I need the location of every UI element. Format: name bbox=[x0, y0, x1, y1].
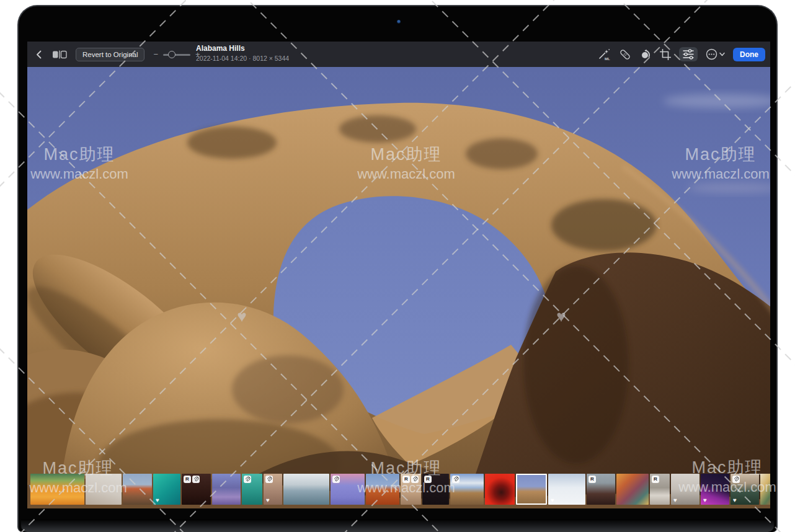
edited-badge bbox=[265, 476, 273, 483]
chevron-left-icon bbox=[35, 50, 43, 60]
thumb-painted-hills[interactable] bbox=[616, 474, 649, 505]
thumb-teal-jacket[interactable] bbox=[242, 474, 262, 505]
magic-wand-ml-icon: ML bbox=[598, 48, 611, 61]
rotate-icon bbox=[639, 48, 652, 61]
screenshot-stage: Revert to Original − + Alabama Hills 202… bbox=[0, 0, 795, 532]
thumb-salt-flat[interactable]: ♥ bbox=[548, 474, 585, 505]
thumb-dark-figure[interactable]: R bbox=[422, 474, 449, 505]
thumb-red-dune[interactable] bbox=[366, 474, 399, 505]
alabama-hills-photo bbox=[27, 67, 770, 508]
thumb-portrait-tan[interactable]: ♥ bbox=[264, 474, 282, 505]
favorite-heart-icon: ♥ bbox=[266, 497, 270, 503]
edited-badge bbox=[332, 476, 340, 483]
favorite-heart-icon: ♥ bbox=[703, 497, 707, 503]
filmstrip: ♥R♥RR♥RR♥♥♥R bbox=[30, 474, 770, 505]
thumb-portrait-beige[interactable]: R bbox=[401, 474, 421, 505]
edited-badge bbox=[732, 476, 740, 483]
thumb-windsurfers[interactable] bbox=[283, 474, 329, 505]
thumb-red-silhouette[interactable] bbox=[485, 474, 515, 505]
thumb-badges: R bbox=[424, 476, 432, 483]
thumb-violet-rocks[interactable] bbox=[212, 474, 241, 505]
zoom-out-button[interactable]: − bbox=[153, 50, 158, 58]
laptop-base bbox=[21, 520, 774, 532]
auto-enhance-ml-button[interactable]: ML bbox=[598, 48, 611, 61]
thumb-golden-gate-coast[interactable] bbox=[123, 474, 152, 505]
revert-to-original-button[interactable]: Revert to Original bbox=[76, 48, 144, 61]
adjust-sliders-icon bbox=[682, 49, 695, 60]
chevron-down-icon bbox=[719, 52, 725, 56]
retouch-button[interactable] bbox=[619, 48, 631, 61]
done-button[interactable]: Done bbox=[733, 48, 765, 61]
thumb-figure-on-sand[interactable] bbox=[86, 474, 122, 505]
thumb-portrait-dark-red[interactable]: R bbox=[182, 474, 211, 505]
photos-app-screen: Revert to Original − + Alabama Hills 202… bbox=[27, 42, 770, 508]
rotate-button[interactable] bbox=[639, 48, 652, 61]
adjust-button[interactable] bbox=[679, 47, 698, 61]
thumb-lavender-sweater[interactable] bbox=[331, 474, 365, 505]
paperclip-icon bbox=[333, 476, 339, 482]
zoom-slider-track bbox=[163, 54, 190, 56]
thumb-portrait-gray-sky[interactable]: R bbox=[587, 474, 615, 505]
more-options-button[interactable] bbox=[706, 48, 725, 60]
thumb-magenta-peak[interactable]: ♥ bbox=[701, 474, 729, 505]
laptop-frame: Revert to Original − + Alabama Hills 202… bbox=[17, 5, 778, 532]
paperclip-icon bbox=[266, 476, 272, 482]
raw-badge: R bbox=[588, 476, 596, 483]
favorite-heart-icon: ♥ bbox=[156, 497, 159, 503]
webcam-icon bbox=[397, 20, 401, 24]
edited-badge bbox=[244, 476, 251, 483]
thumb-mobius-arch[interactable] bbox=[516, 474, 547, 505]
thumb-badges bbox=[265, 476, 273, 483]
thumb-badges bbox=[732, 476, 740, 483]
thumb-badges bbox=[452, 476, 460, 483]
zoom-control: − + bbox=[153, 50, 200, 58]
thumb-badges: R bbox=[184, 476, 200, 483]
back-button[interactable] bbox=[35, 50, 43, 60]
thumb-badges: R bbox=[588, 476, 596, 483]
raw-badge: R bbox=[424, 476, 432, 483]
thumb-california-poppies[interactable] bbox=[30, 474, 84, 505]
paperclip-icon bbox=[453, 476, 459, 482]
compare-icon bbox=[52, 50, 67, 59]
zoom-slider-knob[interactable] bbox=[168, 51, 175, 58]
favorite-heart-icon: ♥ bbox=[673, 497, 677, 503]
thumb-white-shirt[interactable]: ♥ bbox=[671, 474, 700, 505]
favorite-heart-icon: ♥ bbox=[551, 497, 554, 503]
edited-badge bbox=[192, 476, 200, 483]
thumb-green-coat[interactable]: ♥ bbox=[731, 474, 759, 505]
photo-title-block: Alabama Hills 2022-11-04 14:20 · 8012 × … bbox=[196, 45, 289, 62]
thumb-badges: R bbox=[652, 476, 659, 483]
paperclip-icon bbox=[244, 476, 251, 482]
thumb-tropical-water[interactable]: ♥ bbox=[153, 474, 180, 505]
svg-text:ML: ML bbox=[605, 56, 610, 60]
crop-button[interactable] bbox=[660, 49, 671, 60]
thumb-badges bbox=[244, 476, 251, 483]
thumb-badges: R bbox=[402, 476, 419, 483]
thumb-desert-clouds[interactable] bbox=[450, 474, 484, 505]
thumb-white-robe[interactable]: R bbox=[650, 474, 670, 505]
edited-badge bbox=[452, 476, 460, 483]
ellipsis-circle-icon bbox=[706, 48, 717, 60]
photo-canvas[interactable]: ♥R♥RR♥RR♥♥♥R bbox=[27, 67, 770, 508]
favorite-heart-icon: ♥ bbox=[733, 497, 737, 503]
zoom-slider[interactable] bbox=[163, 51, 190, 58]
thumb-striped-terraces[interactable] bbox=[760, 474, 770, 505]
photo-metadata: 2022-11-04 14:20 · 8012 × 5344 bbox=[196, 55, 289, 62]
raw-badge: R bbox=[402, 476, 410, 483]
thumb-badges bbox=[332, 476, 340, 483]
crop-icon bbox=[660, 49, 671, 60]
paperclip-icon bbox=[412, 476, 418, 482]
photo-title: Alabama Hills bbox=[196, 45, 289, 53]
raw-badge: R bbox=[184, 476, 191, 483]
edited-badge bbox=[411, 476, 419, 483]
bandaid-icon bbox=[619, 48, 631, 61]
edit-toolbar: Revert to Original − + Alabama Hills 202… bbox=[27, 42, 770, 67]
paperclip-icon bbox=[193, 476, 199, 482]
raw-badge: R bbox=[652, 476, 659, 483]
compare-original-button[interactable] bbox=[52, 50, 67, 59]
paperclip-icon bbox=[733, 476, 739, 482]
